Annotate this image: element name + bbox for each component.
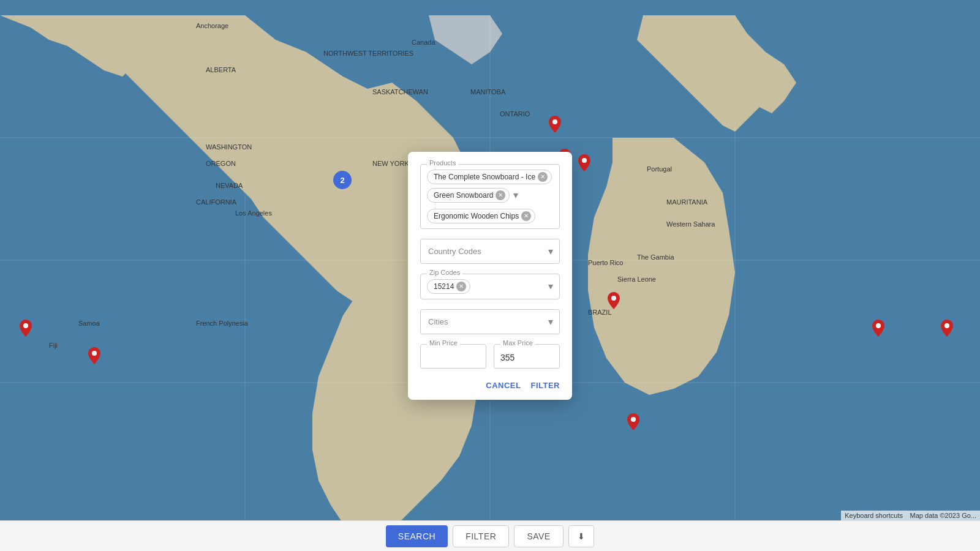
map-pin-8	[872, 320, 884, 339]
zip-codes-field[interactable]: Zip Codes 15214 ✕ ▾	[420, 274, 560, 299]
map-pin-9	[941, 320, 953, 339]
product-chip-3-label: Ergonomic Wooden Chips	[434, 212, 519, 220]
min-price-input[interactable]	[427, 353, 480, 362]
svg-point-10	[23, 323, 28, 328]
country-codes-field[interactable]: Country Codes ▾	[420, 239, 560, 264]
country-codes-placeholder: Country Codes	[428, 247, 481, 256]
products-label: Products	[427, 159, 458, 167]
products-field: Products The Complete Snowboard - Ice ✕ …	[420, 164, 560, 229]
map-pin-6	[627, 413, 639, 433]
svg-point-11	[92, 351, 97, 356]
products-dropdown-arrow[interactable]: ▾	[513, 189, 518, 201]
svg-point-8	[582, 158, 587, 163]
zip-chip[interactable]: 15214 ✕	[427, 279, 470, 294]
svg-point-7	[552, 119, 557, 124]
min-price-field[interactable]: Min Price	[420, 344, 486, 369]
download-button[interactable]: ⬇	[568, 525, 595, 547]
country-codes-arrow: ▾	[548, 246, 553, 257]
map-copyright: Map data ©2023 Go...	[907, 511, 980, 520]
product-chip-2-label: Green Snowboard	[434, 191, 493, 200]
max-price-input[interactable]	[500, 353, 553, 362]
product-chip-2[interactable]: Green Snowboard ✕	[427, 188, 510, 203]
max-price-field[interactable]: Max Price	[494, 344, 560, 369]
zip-dropdown-arrow[interactable]: ▾	[548, 280, 553, 292]
product-chip-1-label: The Complete Snowboard - Ice	[434, 173, 535, 181]
product-chip-3-close[interactable]: ✕	[521, 211, 531, 221]
map-pin-4	[20, 320, 32, 339]
cities-placeholder: Cities	[428, 317, 448, 326]
filter-button[interactable]: FILTER	[530, 381, 560, 390]
download-icon: ⬇	[578, 531, 586, 541]
svg-point-12	[631, 417, 636, 422]
map-pin-2	[578, 154, 590, 174]
filter-modal: Products The Complete Snowboard - Ice ✕ …	[408, 152, 572, 400]
max-price-label: Max Price	[500, 339, 535, 347]
zip-codes-label: Zip Codes	[427, 269, 462, 276]
zip-chip-close[interactable]: ✕	[456, 282, 466, 291]
toolbar: SEARCH FILTER SAVE ⬇	[0, 520, 980, 551]
product-chip-1[interactable]: The Complete Snowboard - Ice ✕	[427, 170, 552, 184]
cluster-marker[interactable]: 2	[333, 171, 352, 189]
cities-arrow: ▾	[548, 316, 553, 328]
cities-field[interactable]: Cities ▾	[420, 309, 560, 334]
products-chips-container: The Complete Snowboard - Ice ✕ Green Sno…	[427, 170, 553, 223]
min-price-label: Min Price	[427, 339, 460, 347]
product-chip-2-close[interactable]: ✕	[496, 190, 505, 200]
map-pin-5	[88, 347, 100, 367]
product-chip-3[interactable]: Ergonomic Wooden Chips ✕	[427, 209, 535, 223]
svg-point-15	[944, 323, 949, 328]
filter-toolbar-button[interactable]: FILTER	[453, 525, 509, 547]
modal-actions: CANCEL FILTER	[420, 381, 560, 390]
search-button[interactable]: SEARCH	[386, 525, 448, 547]
price-row: Min Price Max Price	[420, 344, 560, 369]
cancel-button[interactable]: CANCEL	[486, 381, 521, 390]
map-pin-1	[549, 116, 561, 135]
keyboard-shortcuts: Keyboard shortcuts	[841, 511, 907, 520]
svg-point-13	[611, 296, 616, 301]
product-chip-1-close[interactable]: ✕	[538, 172, 548, 182]
map-pin-7	[608, 292, 620, 312]
zip-chip-value: 15214	[434, 282, 454, 291]
save-button[interactable]: SAVE	[514, 525, 563, 547]
svg-point-14	[876, 323, 881, 328]
